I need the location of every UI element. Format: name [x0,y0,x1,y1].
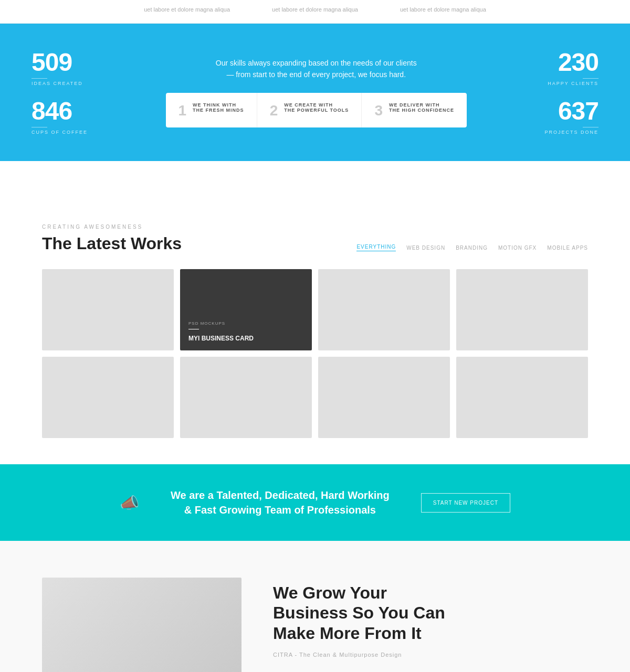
portfolio-item-2-line [188,329,199,329]
stat-divider-1 [32,78,47,79]
stat-divider-4 [583,127,598,127]
portfolio-item-8[interactable] [456,357,588,438]
portfolio-grid: PSD Mockups MYI BUSINESS CARD [42,269,588,438]
stat-divider-3 [583,78,598,79]
filter-branding[interactable]: BRANDING [456,245,488,251]
business-section: We Grow YourBusiness So You CanMake More… [0,541,630,672]
portfolio-item-2-title: MYI BUSINESS CARD [188,335,303,342]
portfolio-item-2-eyebrow: PSD Mockups [188,321,303,326]
stats-section: 509 IDEAS CREATED 846 CUPS OF COFFEE Our… [0,24,630,161]
stat-projects-done: 637 PROJECTS DONE [544,99,598,135]
business-subtitle: CITRA - The Clean & Multipurpose Design [273,652,588,658]
business-content: We Grow YourBusiness So You CanMake More… [273,578,588,661]
step-2: 2 WE CREATE WITH THE POWERFUL TOOLS [257,93,362,127]
stat-cups-coffee: 846 CUPS OF COFFEE [32,99,88,135]
portfolio-item-1[interactable] [42,269,174,350]
steps-row: 1 WE THINK WITH THE FRESH MINDS 2 WE CRE… [166,93,467,127]
portfolio-item-7[interactable] [318,357,450,438]
stat-divider-2 [32,127,47,127]
portfolio-title: The Latest Works [42,234,182,253]
top-strip-item-3: uet labore et dolore magna aliqua [400,6,486,13]
stats-tagline: Our skills always expanding based on the… [211,57,421,81]
stats-right: 230 HAPPY CLIENTS 637 PROJECTS DONE [544,50,598,135]
top-strip: uet labore et dolore magna aliqua uet la… [0,0,630,24]
megaphone-icon: 📣 [120,494,139,512]
portfolio-filters: EVERYTHING WEB DESIGN BRANDING MOTION GF… [356,244,588,253]
business-image [42,578,242,672]
cta-text: We are a Talented, Dedicated, Hard Worki… [171,488,390,517]
stat-happy-clients: 230 HAPPY CLIENTS [544,50,598,86]
portfolio-header: CREATING AWESOMENESS The Latest Works EV… [42,224,588,253]
portfolio-section: CREATING AWESOMENESS The Latest Works EV… [0,193,630,464]
portfolio-item-4[interactable] [456,269,588,350]
filter-motion-gfx[interactable]: MOTION GFX [498,245,537,251]
portfolio-item-5[interactable] [42,357,174,438]
business-title: We Grow YourBusiness So You CanMake More… [273,583,588,643]
spacer-1 [0,161,630,193]
filter-web-design[interactable]: WEB DESIGN [406,245,445,251]
filter-mobile-apps[interactable]: MOBILE APPS [547,245,588,251]
portfolio-item-6[interactable] [180,357,312,438]
filter-everything[interactable]: EVERYTHING [356,244,396,251]
start-project-button[interactable]: START NEW PROJECT [421,493,510,513]
step-3: 3 WE DELIVER WITH THE HIGH CONFIDENCE [362,93,467,127]
portfolio-title-block: CREATING AWESOMENESS The Latest Works [42,224,182,253]
stats-left: 509 IDEAS CREATED 846 CUPS OF COFFEE [32,50,88,135]
stat-ideas-created: 509 IDEAS CREATED [32,50,88,86]
step-1: 1 WE THINK WITH THE FRESH MINDS [166,93,257,127]
portfolio-eyebrow: CREATING AWESOMENESS [42,224,182,230]
top-strip-item-2: uet labore et dolore magna aliqua [272,6,358,13]
cta-section: 📣 We are a Talented, Dedicated, Hard Wor… [0,464,630,541]
stats-center: Our skills always expanding based on the… [88,57,544,128]
portfolio-item-2[interactable]: PSD Mockups MYI BUSINESS CARD [180,269,312,350]
top-strip-item-1: uet labore et dolore magna aliqua [144,6,230,13]
portfolio-item-3[interactable] [318,269,450,350]
